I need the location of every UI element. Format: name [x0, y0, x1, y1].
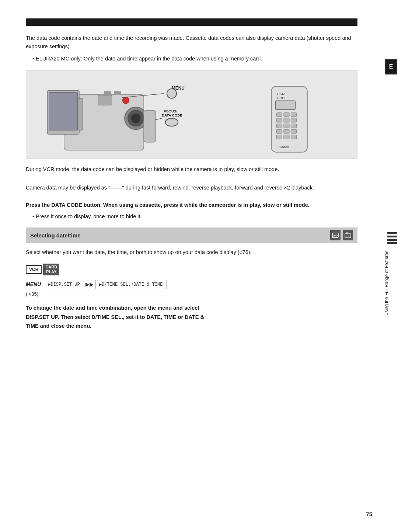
svg-rect-34	[291, 129, 296, 133]
bullet-note: ELURA20 MC only: Only the date and time …	[32, 55, 357, 63]
sidebar-decoration	[387, 232, 397, 244]
svg-point-41	[336, 235, 338, 236]
svg-rect-32	[276, 129, 282, 133]
svg-rect-29	[276, 124, 282, 128]
svg-text:DATA: DATA	[277, 92, 286, 96]
bold-final: To change the date and time combination,…	[26, 303, 357, 331]
svg-rect-2	[49, 92, 78, 130]
svg-rect-28	[291, 118, 296, 122]
svg-rect-37	[291, 135, 296, 139]
svg-rect-45	[346, 233, 348, 234]
svg-rect-22	[275, 101, 295, 109]
vcr-card-row: VCR CARD PLAY	[26, 264, 357, 275]
svg-rect-36	[284, 135, 289, 139]
svg-rect-33	[284, 129, 289, 133]
sidebar-label: Using the Full Range of Features	[384, 251, 398, 316]
camera-data-paragraph: Camera data may be displayed as "– – –" …	[26, 184, 357, 192]
svg-rect-23	[276, 112, 282, 117]
selecting-datetime-section: Selecting date/time	[26, 227, 357, 243]
svg-text:FOCUS/: FOCUS/	[164, 109, 177, 113]
svg-point-10	[123, 97, 129, 103]
menu-label: MENU	[26, 281, 41, 287]
selecting-datetime-label: Selecting date/time	[30, 232, 81, 239]
svg-rect-9	[114, 91, 121, 95]
svg-rect-24	[284, 112, 289, 117]
svg-rect-8	[104, 91, 111, 95]
menu-step-2: ▶D/TIME SEL.•DATE & TIME	[95, 280, 167, 289]
svg-text:CODE: CODE	[277, 96, 287, 100]
svg-rect-11	[144, 110, 156, 142]
svg-point-6	[131, 113, 141, 123]
svg-point-40	[333, 235, 335, 236]
card-play-badge: CARD PLAY	[43, 264, 59, 275]
svg-point-44	[347, 235, 349, 237]
e-section-tab: E	[385, 59, 397, 74]
svg-point-13	[167, 88, 177, 98]
camera-diagram: MENU FOCUS/ DATA CODE DATA CODE	[26, 70, 357, 159]
svg-rect-7	[98, 95, 112, 105]
menu-ref-row: ( ¢35)	[26, 291, 357, 297]
camera-icon	[343, 230, 353, 240]
svg-rect-31	[291, 124, 296, 128]
svg-rect-25	[291, 112, 296, 117]
press-once-text: Press it once to display, once more to h…	[32, 212, 357, 221]
intro-paragraph: The data code contains the date and time…	[26, 34, 357, 51]
selecting-icons	[330, 230, 353, 240]
svg-rect-30	[284, 124, 289, 128]
svg-point-17	[165, 118, 178, 126]
svg-rect-26	[276, 118, 282, 122]
select-text: Select whether you want the date, the ti…	[26, 248, 357, 257]
svg-rect-3	[78, 98, 83, 130]
page-title	[26, 18, 357, 26]
vcr-paragraph: During VCR mode, the data code can be di…	[26, 165, 357, 174]
menu-steps: ▶DISP.SET UP ▶▶ ▶D/TIME SEL.•DATE & TIME	[44, 280, 167, 289]
svg-text:DATA CODE: DATA CODE	[162, 113, 182, 117]
svg-text:Canon: Canon	[279, 145, 289, 149]
bold-instruction: Press the DATA CODE button. When using a…	[26, 201, 357, 209]
menu-row: MENU ▶DISP.SET UP ▶▶ ▶D/TIME SEL.•DATE &…	[26, 280, 357, 289]
vcr-badge: VCR	[26, 265, 42, 274]
menu-ref: ( ¢35)	[26, 291, 38, 297]
svg-rect-27	[284, 118, 289, 122]
menu-step-1: ▶DISP.SET UP	[44, 280, 84, 289]
cassette-icon	[330, 230, 341, 240]
svg-rect-35	[276, 135, 282, 139]
arrow-1: ▶▶	[85, 281, 94, 287]
page-number: 75	[366, 511, 372, 517]
